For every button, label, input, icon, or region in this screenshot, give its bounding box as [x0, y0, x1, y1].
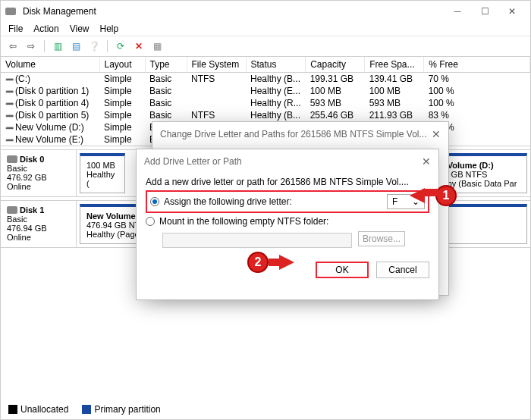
add-drive-letter-dialog: Add Drive Letter or Path ✕ Add a new dri…	[136, 149, 439, 300]
app-icon	[5, 6, 18, 17]
assign-letter-highlight: Assign the following drive letter: F ⌄	[146, 190, 429, 213]
settings-icon[interactable]: ▦	[149, 39, 165, 54]
menu-view[interactable]: View	[70, 24, 90, 34]
dlg2-close-icon[interactable]: ✕	[422, 155, 431, 168]
back-icon[interactable]: ⇦	[5, 39, 20, 54]
disk1-label: Disk 1 Basic 476.94 GB Online	[1, 201, 77, 247]
refresh-icon[interactable]: ⟳	[113, 39, 128, 54]
swatch-unallocated	[8, 405, 17, 414]
swatch-primary	[82, 405, 91, 414]
dlg2-ok-button[interactable]: OK	[316, 262, 369, 278]
col-fs[interactable]: File System	[187, 57, 246, 73]
forward-icon[interactable]: ⇨	[24, 39, 39, 54]
ntfs-folder-input[interactable]	[162, 233, 352, 248]
help-icon[interactable]: ❔	[86, 39, 102, 54]
radio-assign-letter[interactable]	[150, 197, 159, 206]
properties-icon[interactable]: ▤	[68, 39, 83, 54]
toolbar: ⇦ ⇨ ▥ ▤ ❔ ⟳ ✕ ▦	[1, 36, 530, 57]
table-row[interactable]: (Disk 0 partition 5)SimpleBasicNTFSHealt…	[1, 109, 530, 121]
col-free[interactable]: Free Spa...	[365, 57, 424, 73]
table-row[interactable]: (C:)SimpleBasicNTFSHealthy (B...199.31 G…	[1, 73, 530, 86]
disk-icon	[7, 155, 17, 163]
window-title: Disk Management	[23, 6, 96, 17]
disk0-partition-0[interactable]: 100 MB Healthy (	[80, 153, 125, 193]
assign-letter-label: Assign the following drive letter:	[164, 196, 292, 207]
menubar: File Action View Help	[1, 22, 530, 36]
col-type[interactable]: Type	[145, 57, 187, 73]
col-volume[interactable]: Volume	[1, 57, 99, 73]
titlebar: Disk Management ─ ☐ ✕	[1, 1, 530, 22]
dlg1-title: Change Drive Letter and Paths for 261586…	[160, 129, 427, 139]
drive-letter-select[interactable]: F ⌄	[387, 194, 425, 209]
disk0-label: Disk 0 Basic 476.92 GB Online	[1, 150, 77, 196]
radio-mount-folder[interactable]	[146, 217, 155, 226]
disk-icon	[7, 206, 17, 214]
menu-action[interactable]: Action	[33, 24, 58, 34]
menu-help[interactable]: Help	[100, 24, 119, 34]
chevron-down-icon: ⌄	[412, 196, 419, 207]
col-status[interactable]: Status	[246, 57, 306, 73]
delete-icon[interactable]: ✕	[131, 39, 146, 54]
close-button[interactable]: ✕	[498, 2, 526, 20]
maximize-button[interactable]: ☐	[471, 2, 498, 20]
table-row[interactable]: (Disk 0 partition 1)SimpleBasicHealthy (…	[1, 85, 530, 97]
dlg2-cancel-button[interactable]: Cancel	[376, 262, 429, 278]
dlg2-intro: Add a new drive letter or path for 26158…	[146, 177, 429, 187]
browse-button[interactable]: Browse...	[358, 231, 405, 246]
dlg1-close-icon[interactable]: ✕	[432, 128, 441, 140]
table-row[interactable]: (Disk 0 partition 4)SimpleBasicHealthy (…	[1, 97, 530, 109]
dlg2-title: Add Drive Letter or Path	[144, 156, 242, 167]
legend: Unallocated Primary partition	[1, 400, 530, 419]
minimize-button[interactable]: ─	[444, 2, 471, 20]
col-pct[interactable]: % Free	[424, 57, 530, 73]
menu-file[interactable]: File	[8, 24, 23, 34]
col-layout[interactable]: Layout	[99, 57, 145, 73]
col-capacity[interactable]: Capacity	[306, 57, 365, 73]
view-split-icon[interactable]: ▥	[50, 39, 65, 54]
mount-folder-label: Mount in the following empty NTFS folder…	[159, 216, 328, 227]
